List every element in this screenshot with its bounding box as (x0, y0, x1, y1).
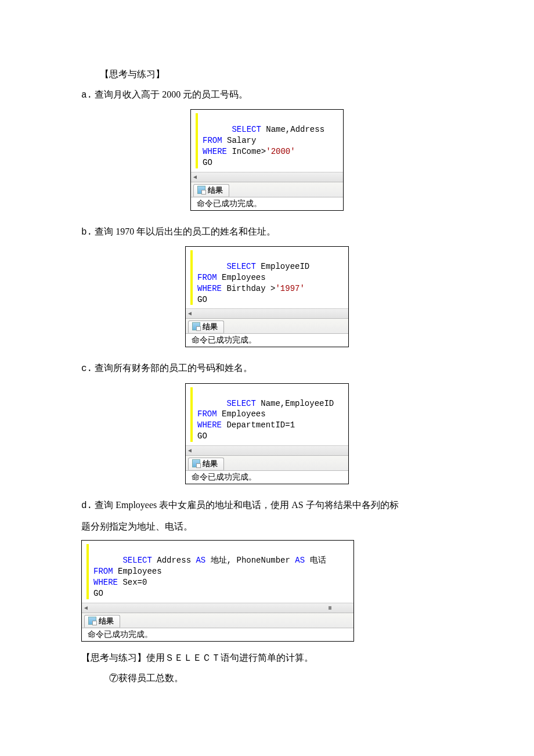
sql-keyword: SELECT (226, 399, 255, 408)
results-tab-icon (192, 459, 200, 467)
status-message: 命令已成功完成。 (191, 197, 343, 210)
sql-text: Name,Address (261, 125, 324, 134)
sql-text: DepartmentID=1 (222, 420, 295, 430)
sql-text: EmployeeID (256, 262, 309, 271)
sql-text: GO (203, 158, 212, 167)
sql-text: 地址, PhoneNumber (205, 556, 295, 565)
sql-keyword: FROM (197, 409, 217, 419)
scroll-left-icon[interactable]: ◄ (192, 174, 198, 180)
section-heading-1: 【思考与练习】 (81, 64, 453, 84)
sql-keyword: WHERE (197, 420, 222, 430)
scroll-left-icon[interactable]: ◄ (83, 604, 89, 611)
results-tab-label: 结果 (203, 459, 218, 468)
sql-keyword: SELECT (122, 556, 151, 565)
sql-code-b[interactable]: SELECT EmployeeID FROM Employees WHERE B… (186, 247, 348, 308)
sql-string: '1997' (275, 284, 304, 293)
sql-code-d[interactable]: SELECT Address AS 地址, PhoneNumber AS 电话 … (82, 541, 353, 602)
result-tab-row: 结果 (186, 455, 348, 470)
results-tab[interactable]: 结果 (188, 321, 224, 333)
item-7-text: ⑦获得员工总数。 (81, 668, 453, 688)
results-tab-icon (192, 322, 200, 330)
horizontal-scrollbar[interactable]: ◄ (82, 603, 353, 613)
results-tab[interactable]: 结果 (193, 184, 229, 197)
item-b-desc: 查询 1970 年以后出生的员工的姓名和住址。 (92, 226, 276, 236)
sql-text: GO (197, 431, 207, 441)
scroll-thumb[interactable] (329, 606, 331, 610)
results-tab-label: 结果 (99, 617, 114, 625)
sql-text: Name,EmployeeID (256, 399, 334, 408)
sql-keyword: FROM (203, 136, 222, 145)
results-tab-icon (197, 186, 205, 194)
sql-string: '2000' (266, 147, 295, 156)
result-tab-row: 结果 (191, 182, 343, 197)
item-d-desc1: 查询 Employees 表中女雇员的地址和电话，使用 AS 子句将结果中各列的… (92, 500, 399, 510)
sql-text: Employees (217, 409, 266, 419)
item-b-prefix: b. (81, 227, 92, 237)
item-a-prefix: a. (81, 90, 92, 100)
results-tab[interactable]: 结果 (84, 615, 120, 628)
sql-text: Birthday > (222, 284, 275, 293)
sql-panel-b: SELECT EmployeeID FROM Employees WHERE B… (185, 246, 349, 347)
status-message: 命令已成功完成。 (82, 628, 353, 641)
item-c-prefix: c. (81, 363, 92, 374)
sql-text: 电话 (305, 556, 326, 565)
sql-keyword: FROM (93, 567, 113, 576)
sql-text: InCome> (227, 147, 266, 156)
item-b-text: b. 查询 1970 年以后出生的员工的姓名和住址。 (81, 221, 453, 243)
sql-keyword: WHERE (93, 578, 118, 587)
sql-text: Salary (222, 136, 257, 145)
section-heading-2: 【思考与练习】使用ＳＥＬＥＣＴ语句进行简单的计算。 (81, 647, 453, 668)
result-tab-row: 结果 (186, 318, 348, 333)
item-d-prefix: d. (81, 501, 92, 511)
scroll-left-icon[interactable]: ◄ (187, 447, 193, 453)
sql-text: Employees (113, 567, 162, 576)
sql-keyword: SELECT (226, 262, 255, 271)
results-tab-label: 结果 (208, 186, 223, 195)
sql-panel-d: SELECT Address AS 地址, PhoneNumber AS 电话 … (81, 540, 354, 641)
horizontal-scrollbar[interactable]: ◄ (186, 308, 348, 318)
sql-code-a[interactable]: SELECT Name,Address FROM Salary WHERE In… (191, 110, 343, 171)
item-c-desc: 查询所有财务部的员工的号码和姓名。 (92, 363, 252, 373)
sql-text: GO (93, 589, 103, 598)
sql-text: GO (197, 295, 207, 304)
sql-panel-a: SELECT Name,Address FROM Salary WHERE In… (190, 109, 344, 210)
result-tab-row: 结果 (82, 613, 353, 628)
results-tab-label: 结果 (203, 322, 218, 331)
sql-keyword: WHERE (197, 284, 222, 293)
item-a-desc: 查询月收入高于 2000 元的员工号码。 (92, 89, 248, 99)
item-c-text: c. 查询所有财务部的员工的号码和姓名。 (81, 358, 453, 379)
status-message: 命令已成功完成。 (186, 333, 348, 347)
item-d-text-line1: d. 查询 Employees 表中女雇员的地址和电话，使用 AS 子句将结果中… (81, 495, 453, 516)
change-marker-bar (196, 113, 198, 168)
horizontal-scrollbar[interactable]: ◄ (191, 172, 343, 182)
sql-code-c[interactable]: SELECT Name,EmployeeID FROM Employees WH… (186, 384, 348, 445)
sql-text: Sex=0 (118, 578, 147, 587)
change-marker-bar (190, 387, 193, 442)
sql-text: Employees (217, 273, 266, 282)
results-tab-icon (88, 617, 96, 625)
item-a-text: a. 查询月收入高于 2000 元的员工号码。 (81, 84, 453, 106)
sql-keyword: FROM (197, 273, 217, 282)
sql-panel-c: SELECT Name,EmployeeID FROM Employees WH… (185, 383, 349, 484)
sql-keyword: SELECT (232, 125, 261, 134)
scroll-left-icon[interactable]: ◄ (187, 310, 193, 316)
sql-keyword: AS (196, 556, 205, 565)
change-marker-bar (86, 544, 89, 599)
sql-keyword: WHERE (203, 147, 227, 156)
item-d-text-line2: 题分别指定为地址、电话。 (81, 516, 453, 537)
results-tab[interactable]: 结果 (188, 458, 224, 470)
horizontal-scrollbar[interactable]: ◄ (186, 445, 348, 455)
change-marker-bar (190, 250, 193, 305)
sql-text: Address (152, 556, 196, 565)
status-message: 命令已成功完成。 (186, 470, 348, 484)
sql-keyword: AS (295, 556, 305, 565)
